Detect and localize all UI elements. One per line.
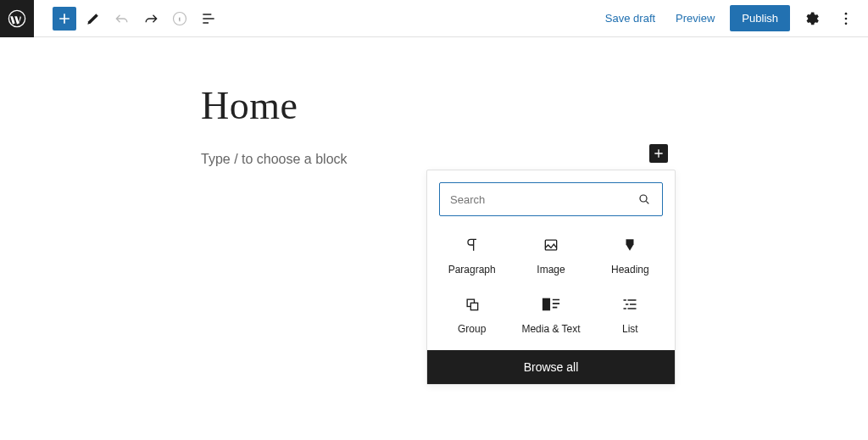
svg-point-5 [640, 195, 647, 202]
block-label: List [591, 323, 670, 335]
redo-button[interactable] [139, 7, 163, 31]
group-icon [432, 294, 511, 315]
search-icon [637, 192, 651, 209]
gear-icon [804, 10, 821, 27]
page-title[interactable]: Home [201, 83, 868, 128]
block-media-text[interactable]: Media & Text [511, 294, 590, 335]
add-block-button[interactable] [53, 7, 76, 31]
block-paragraph[interactable]: Paragraph [432, 235, 511, 276]
block-heading[interactable]: Heading [591, 235, 670, 276]
undo-button[interactable] [110, 7, 134, 31]
block-search-input[interactable] [439, 182, 663, 216]
svg-point-3 [845, 17, 848, 19]
topbar-left [0, 0, 220, 36]
editor-canvas: Home Type / to choose a block [0, 37, 868, 167]
svg-point-2 [845, 12, 848, 14]
settings-button[interactable] [797, 3, 827, 34]
edit-tool-button[interactable] [81, 7, 105, 31]
wordpress-icon [8, 9, 26, 28]
svg-rect-9 [542, 298, 550, 311]
block-inserter-popover: Paragraph Image Heading Group Media & Te [426, 170, 676, 385]
paragraph-icon [432, 235, 511, 255]
outline-icon [200, 10, 217, 27]
browse-all-button[interactable]: Browse all [427, 350, 675, 384]
wordpress-logo[interactable] [0, 0, 34, 37]
block-placeholder[interactable]: Type / to choose a block [201, 152, 868, 167]
info-icon [171, 10, 188, 27]
block-group[interactable]: Group [432, 294, 511, 335]
undo-icon [114, 10, 131, 27]
editor-top-bar: Save draft Preview Publish [0, 0, 868, 37]
kebab-icon [837, 10, 854, 27]
block-label: Image [511, 264, 590, 276]
publish-button[interactable]: Publish [730, 5, 790, 31]
block-list[interactable]: List [591, 294, 670, 335]
svg-rect-8 [470, 303, 477, 309]
info-button[interactable] [168, 7, 192, 31]
plus-icon [652, 147, 665, 160]
block-label: Heading [591, 264, 670, 276]
pencil-icon [85, 10, 102, 27]
block-label: Group [432, 323, 511, 335]
inline-add-block-button[interactable] [649, 144, 668, 163]
block-grid: Paragraph Image Heading Group Media & Te [427, 225, 675, 350]
block-image[interactable]: Image [511, 235, 590, 276]
block-label: Media & Text [511, 323, 590, 335]
list-icon [591, 294, 670, 315]
heading-icon [591, 235, 670, 255]
save-draft-link[interactable]: Save draft [597, 7, 664, 30]
outline-button[interactable] [197, 7, 220, 31]
topbar-right: Save draft Preview Publish [597, 3, 861, 34]
media-text-icon [511, 294, 590, 315]
image-icon [511, 235, 590, 255]
redo-icon [142, 10, 159, 27]
svg-point-4 [845, 22, 848, 25]
plus-icon [56, 10, 73, 27]
search-container [427, 170, 675, 225]
block-label: Paragraph [432, 264, 511, 276]
preview-link[interactable]: Preview [667, 7, 723, 30]
more-menu-button[interactable] [831, 3, 861, 34]
